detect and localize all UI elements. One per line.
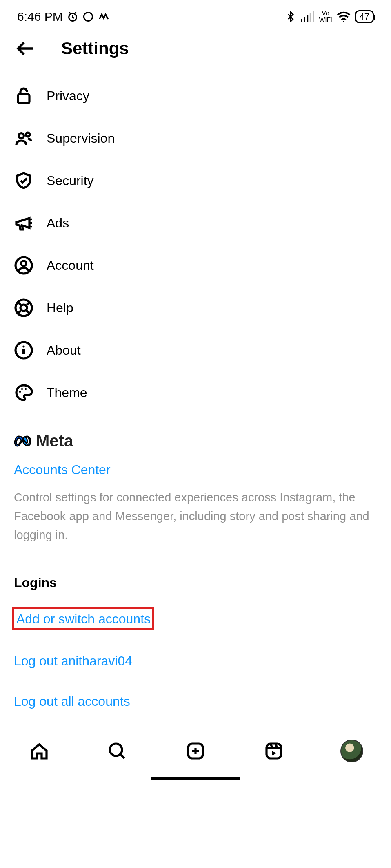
menu-label: Security bbox=[47, 173, 94, 188]
svg-rect-2 bbox=[301, 19, 302, 22]
nav-reels-button[interactable] bbox=[262, 740, 285, 762]
menu-label: About bbox=[47, 343, 81, 358]
signal-icon bbox=[300, 11, 315, 22]
svg-point-12 bbox=[21, 261, 27, 266]
menu-label: Account bbox=[47, 258, 94, 273]
svg-rect-6 bbox=[313, 11, 314, 22]
logins-heading: Logins bbox=[0, 548, 391, 600]
svg-point-10 bbox=[26, 133, 30, 137]
profile-avatar bbox=[340, 740, 363, 762]
logout-all-link[interactable]: Log out all accounts bbox=[0, 685, 391, 718]
status-left: 6:46 PM bbox=[17, 10, 109, 24]
page-title: Settings bbox=[61, 39, 129, 58]
settings-menu: Privacy Supervision Security Ads Account… bbox=[0, 73, 391, 414]
home-indicator bbox=[151, 777, 240, 780]
header: Settings bbox=[0, 27, 391, 73]
app-circle-icon bbox=[82, 11, 94, 22]
svg-rect-5 bbox=[309, 13, 311, 22]
meta-infinity-icon bbox=[14, 435, 32, 447]
svg-rect-8 bbox=[18, 94, 29, 103]
nav-home-button[interactable] bbox=[28, 740, 51, 762]
status-time: 6:46 PM bbox=[17, 10, 63, 24]
alarm-icon bbox=[67, 11, 78, 22]
menu-label: Ads bbox=[47, 216, 69, 231]
menu-item-help[interactable]: Help bbox=[0, 287, 391, 329]
svg-point-9 bbox=[19, 133, 24, 139]
svg-rect-22 bbox=[267, 744, 281, 758]
menu-item-ads[interactable]: Ads bbox=[0, 202, 391, 244]
menu-label: Supervision bbox=[47, 131, 115, 146]
bluetooth-icon bbox=[285, 11, 296, 22]
nav-search-button[interactable] bbox=[106, 740, 129, 762]
menu-label: Theme bbox=[47, 385, 87, 400]
meta-description: Control settings for connected experienc… bbox=[14, 488, 377, 544]
zigzag-icon bbox=[98, 11, 109, 22]
menu-item-supervision[interactable]: Supervision bbox=[0, 117, 391, 159]
highlight-annotation: Add or switch accounts bbox=[12, 607, 154, 630]
accounts-center-link[interactable]: Accounts Center bbox=[14, 462, 377, 477]
add-switch-accounts-link[interactable]: Add or switch accounts bbox=[16, 611, 151, 627]
vowifi-bot: WiFi bbox=[319, 17, 332, 23]
svg-point-18 bbox=[21, 388, 23, 390]
battery-level: 47 bbox=[360, 11, 369, 22]
svg-point-7 bbox=[342, 21, 344, 22]
vowifi-top: Vo bbox=[319, 10, 332, 17]
nav-profile-button[interactable] bbox=[340, 740, 363, 762]
status-bar: 6:46 PM Vo WiFi 47 bbox=[0, 0, 391, 27]
bottom-nav bbox=[0, 728, 391, 774]
svg-point-14 bbox=[20, 305, 27, 311]
back-button[interactable] bbox=[14, 37, 38, 60]
palette-icon bbox=[14, 383, 33, 402]
nav-create-button[interactable] bbox=[184, 740, 207, 762]
svg-point-19 bbox=[25, 388, 27, 390]
wifi-icon bbox=[336, 11, 351, 22]
lifebuoy-icon bbox=[14, 298, 33, 318]
user-circle-icon bbox=[14, 256, 33, 275]
menu-item-account[interactable]: Account bbox=[0, 244, 391, 287]
menu-item-security[interactable]: Security bbox=[0, 159, 391, 202]
menu-item-about[interactable]: About bbox=[0, 329, 391, 371]
svg-point-16 bbox=[22, 345, 24, 347]
meta-brand-text: Meta bbox=[36, 432, 73, 450]
svg-point-20 bbox=[110, 744, 122, 756]
battery-icon: 47 bbox=[355, 10, 374, 23]
meta-logo: Meta bbox=[14, 432, 377, 450]
vowifi-icon: Vo WiFi bbox=[319, 10, 332, 23]
svg-rect-4 bbox=[307, 15, 308, 22]
menu-item-privacy[interactable]: Privacy bbox=[0, 75, 391, 117]
info-icon bbox=[14, 340, 33, 360]
menu-label: Privacy bbox=[47, 88, 89, 104]
people-icon bbox=[14, 128, 33, 148]
status-right: Vo WiFi 47 bbox=[285, 10, 374, 23]
meta-section: Meta Accounts Center Control settings fo… bbox=[0, 414, 391, 548]
menu-item-theme[interactable]: Theme bbox=[0, 371, 391, 414]
menu-label: Help bbox=[47, 300, 73, 316]
logout-user-link[interactable]: Log out anitharavi04 bbox=[0, 645, 391, 678]
megaphone-icon bbox=[14, 213, 33, 233]
shield-icon bbox=[14, 171, 33, 190]
lock-icon bbox=[14, 86, 33, 106]
svg-rect-3 bbox=[304, 17, 305, 22]
svg-point-17 bbox=[19, 391, 21, 393]
